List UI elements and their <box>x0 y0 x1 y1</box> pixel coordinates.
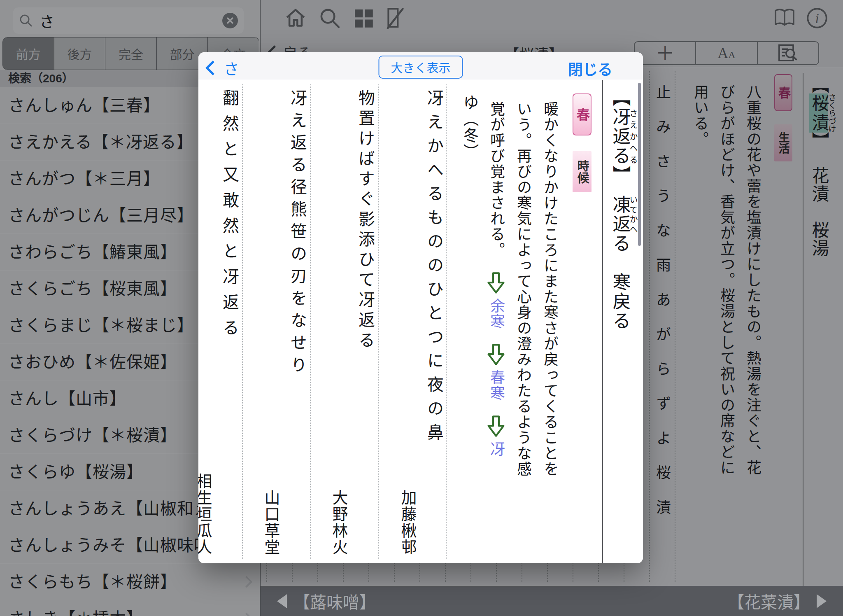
related-reading-link[interactable]: ゆ（冬） <box>459 94 481 160</box>
next-triangle-icon <box>817 594 827 608</box>
popup-header: さ 大きく表示 閉じる <box>198 52 643 80</box>
popup-back-button[interactable]: さ <box>207 57 239 79</box>
haiku-column: 物置けばすぐ影添ひて冴返る大野林火 <box>328 89 375 555</box>
down-arrow-icon <box>487 415 505 437</box>
haiku-poem: 物置けばすぐ影添ひて冴返る <box>355 89 375 555</box>
column-separator <box>310 84 311 559</box>
haiku-author: 相生垣瓜人 <box>198 89 212 555</box>
cross-ref-link[interactable]: 春寒 <box>488 370 504 401</box>
definition-column: いう。再びの寒気によって心身の澄みわたるような感 <box>509 101 536 477</box>
enlarge-button[interactable]: 大きく表示 <box>378 56 463 79</box>
haiku-column: 冴えかへるもののひとつに夜の鼻加藤楸邨 <box>396 89 444 555</box>
next-entry-label: 【花菜漬】 <box>728 589 810 613</box>
haiku-author: 加藤楸邨 <box>398 89 417 555</box>
prev-entry-button[interactable]: 【蕗味噌】 <box>277 589 376 613</box>
haiku-poem: 翻然と又敢然と冴返る <box>219 89 240 555</box>
haiku-poem: 冴え返る径熊笹の刃をなせり <box>287 89 307 555</box>
chevron-left-icon <box>205 61 221 76</box>
cross-ref-link[interactable]: 冴 <box>488 441 504 457</box>
column-separator <box>446 84 447 559</box>
season-badge: 春 <box>573 93 591 135</box>
entry-pager-bar: 【蕗味噌】 【花菜漬】 <box>261 586 843 616</box>
popup-back-label: さ <box>224 57 239 79</box>
haiku-author: 山口草堂 <box>261 89 280 555</box>
down-arrow-icon <box>487 343 505 366</box>
haiku-column: 冴え返る径熊笹の刃をなせり山口草堂 <box>261 89 307 555</box>
column-separator <box>242 84 243 559</box>
haiku-poem: 冴えかへるもののひとつに夜の鼻 <box>424 89 444 555</box>
popup-entry-content: 【冴返るさえかへる】 凍いて返かへる 寒戻る 春 時候 暖かくなりかけたころにま… <box>198 80 643 563</box>
prev-triangle-icon <box>277 594 287 608</box>
definition-column: 暖かくなりかけたころにまた寒さが戻ってくることを <box>536 101 563 477</box>
close-button[interactable]: 閉じる <box>568 58 612 79</box>
down-arrow-icon <box>487 272 505 294</box>
category-badge: 時候 <box>573 151 591 192</box>
entry-popup: さ 大きく表示 閉じる 【冴返るさえかへる】 凍いて返かへる 寒戻る 春 時候 … <box>198 52 643 563</box>
haiku-author: 大野林火 <box>329 89 348 555</box>
app-window: さ 前方後方完全部分全文 検索（206） さんしゅん【三春】さえかえる【＊冴返る… <box>0 0 843 616</box>
headword-rule <box>602 80 603 563</box>
entry-headword: 【冴返るさえかへる】 凍いて返かへる 寒戻る <box>607 88 638 331</box>
column-separator <box>378 84 379 559</box>
scrollbar[interactable] <box>638 83 641 246</box>
prev-entry-label: 【蕗味噌】 <box>293 589 376 613</box>
next-entry-button[interactable]: 【花菜漬】 <box>728 589 827 613</box>
cross-ref-link[interactable]: 余寒 <box>488 298 504 329</box>
definition-column: 覚が呼び覚まされる。 余寒 春寒 冴 <box>482 101 509 457</box>
haiku-column: 翻然と又敢然と冴返る相生垣瓜人 <box>198 89 240 555</box>
